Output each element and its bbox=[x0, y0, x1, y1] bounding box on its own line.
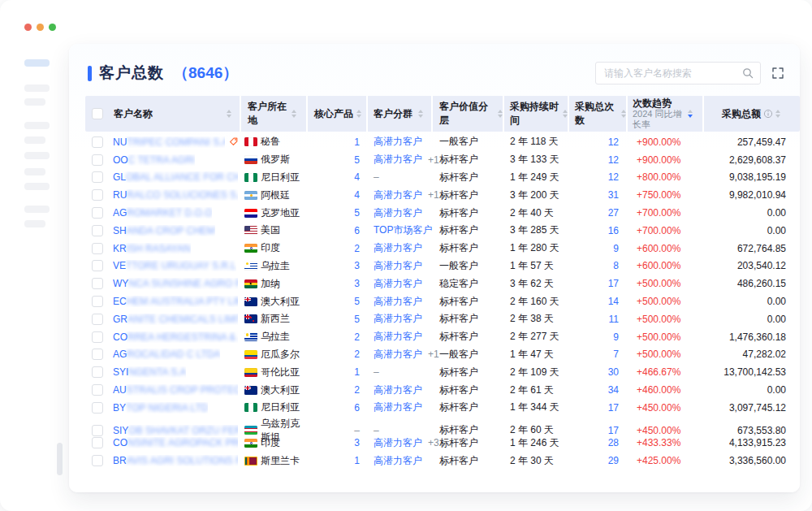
core-products-count[interactable]: 1 bbox=[354, 455, 360, 466]
row-checkbox[interactable] bbox=[92, 296, 103, 307]
header-trend[interactable]: 次数趋势 2024 同比增长率 bbox=[628, 96, 704, 132]
row-checkbox[interactable] bbox=[92, 331, 103, 343]
core-products-count[interactable]: 5 bbox=[354, 296, 360, 307]
total-count-value[interactable]: 29 bbox=[608, 455, 619, 466]
segment-link[interactable]: 高潜力客户 bbox=[374, 436, 422, 450]
segment-link[interactable]: – bbox=[374, 366, 379, 378]
row-checkbox[interactable] bbox=[92, 225, 103, 236]
customer-name-link[interactable]: BYTOP NIGERIA LTD bbox=[113, 402, 208, 414]
customer-name-link[interactable]: SIYOB SHAVKAT ORZU FERMER X... bbox=[113, 425, 238, 436]
core-products-count[interactable]: 2 bbox=[354, 384, 360, 396]
sort-carets-icon[interactable] bbox=[356, 110, 361, 118]
segment-link[interactable]: 高潜力客户 bbox=[374, 401, 422, 414]
row-checkbox[interactable] bbox=[92, 314, 103, 325]
select-all-checkbox[interactable] bbox=[92, 108, 103, 119]
segment-link[interactable]: 高潜力客户 bbox=[374, 135, 422, 149]
segment-link[interactable]: 高潜力客户 bbox=[374, 383, 422, 397]
row-checkbox[interactable] bbox=[92, 384, 103, 396]
segment-link[interactable]: 高潜力客户 bbox=[374, 241, 422, 255]
row-checkbox[interactable] bbox=[92, 243, 103, 254]
core-products-count[interactable]: 4 bbox=[354, 189, 360, 201]
customer-name-link[interactable]: CONSINITE AGROPACK PRIVATE E ... bbox=[113, 437, 238, 448]
close-window-button[interactable] bbox=[24, 24, 32, 31]
segment-link[interactable]: 高潜力客户 bbox=[374, 188, 422, 202]
expand-icon[interactable] bbox=[771, 67, 784, 80]
core-products-count[interactable]: 3 bbox=[354, 260, 360, 271]
sidebar-item[interactable] bbox=[24, 122, 50, 129]
core-products-count[interactable]: 2 bbox=[354, 331, 360, 343]
segment-link[interactable]: – bbox=[374, 171, 379, 183]
core-products-count[interactable]: 3 bbox=[354, 278, 360, 289]
sort-carets-icon[interactable] bbox=[498, 110, 503, 118]
row-checkbox[interactable] bbox=[92, 171, 103, 183]
customer-name-link[interactable]: SHANDA CROP CHEM bbox=[113, 225, 215, 236]
total-count-value[interactable]: 14 bbox=[608, 296, 619, 307]
row-checkbox[interactable] bbox=[92, 189, 103, 201]
header-duration[interactable]: 采购持续时间 bbox=[504, 96, 569, 132]
total-count-value[interactable]: 11 bbox=[609, 314, 619, 325]
customer-name-link[interactable]: OOC TETRA AGRI bbox=[113, 154, 195, 166]
total-count-value[interactable]: 9 bbox=[613, 331, 619, 343]
row-checkbox[interactable] bbox=[92, 349, 103, 360]
customer-name-link[interactable]: CORREA HERGESTRINA & JARDI R... bbox=[113, 331, 238, 343]
customer-name-link[interactable]: RURALCO SOLUCIONES S.A bbox=[113, 189, 238, 201]
customer-name-link[interactable]: WYNCA SUNSHINE AGRO PRODU... bbox=[113, 278, 238, 289]
core-products-count[interactable]: 5 bbox=[354, 314, 360, 325]
zoom-window-button[interactable] bbox=[49, 24, 56, 31]
total-count-value[interactable]: 9 bbox=[613, 243, 619, 254]
row-checkbox[interactable] bbox=[92, 260, 103, 271]
header-value-tier[interactable]: 客户价值分层 bbox=[433, 96, 504, 132]
total-count-value[interactable]: 12 bbox=[608, 171, 619, 183]
total-count-value[interactable]: 12 bbox=[608, 136, 619, 148]
segment-link[interactable]: 高潜力客户 bbox=[374, 206, 422, 220]
customer-name-link[interactable]: VETTORE URUGUAY S.R.L bbox=[113, 260, 236, 271]
row-checkbox[interactable] bbox=[92, 207, 103, 219]
segment-link[interactable]: 高潜力客户 bbox=[374, 259, 422, 273]
total-count-value[interactable]: 27 bbox=[608, 207, 619, 219]
segment-link[interactable]: 高潜力客户 bbox=[374, 348, 422, 362]
segment-link[interactable]: 高潜力客户 bbox=[374, 295, 422, 309]
sidebar-item[interactable] bbox=[24, 183, 50, 190]
row-checkbox[interactable] bbox=[92, 154, 103, 166]
customer-name-link[interactable]: BRAVIS AGRI SOLUTIONS PVT LTD bbox=[113, 455, 238, 466]
customer-name-link[interactable]: AGROCALIDAD C LTDA bbox=[113, 349, 220, 360]
core-products-count[interactable]: 4 bbox=[354, 171, 360, 183]
customer-name-link[interactable]: GLOBAL ALLIANCE FOR CHEMICA... bbox=[113, 171, 238, 183]
sidebar-item[interactable] bbox=[24, 136, 45, 144]
total-count-value[interactable]: 8 bbox=[613, 260, 619, 271]
header-total-count[interactable]: 采购总次数 bbox=[569, 96, 628, 132]
sidebar-item[interactable] bbox=[24, 84, 50, 92]
customer-name-link[interactable]: AUSTRALIS CROP PROTECTION P... bbox=[113, 384, 238, 396]
sidebar-item[interactable] bbox=[24, 168, 45, 175]
row-checkbox[interactable] bbox=[92, 136, 103, 148]
row-checkbox[interactable] bbox=[92, 402, 103, 414]
customer-name-link[interactable]: ECHEM AUSTRALIA PTY LIMITED) bbox=[113, 296, 238, 307]
sidebar-item[interactable] bbox=[24, 206, 50, 213]
customer-name-link[interactable]: KRISH RASAYAN bbox=[113, 243, 191, 254]
core-products-count[interactable]: 5 bbox=[354, 154, 360, 166]
segment-link[interactable]: 高潜力客户 bbox=[374, 330, 422, 344]
sort-carets-icon[interactable] bbox=[563, 110, 568, 118]
sort-carets-icon[interactable] bbox=[292, 110, 296, 118]
sidebar-item-active[interactable] bbox=[24, 59, 50, 67]
sidebar-scrollbar-thumb[interactable] bbox=[57, 443, 63, 475]
row-checkbox[interactable] bbox=[92, 278, 103, 289]
row-checkbox[interactable] bbox=[92, 366, 103, 378]
search-icon[interactable] bbox=[742, 67, 754, 79]
core-products-count[interactable]: 3 bbox=[354, 437, 360, 448]
total-count-value[interactable]: 17 bbox=[608, 278, 619, 289]
total-count-value[interactable]: 30 bbox=[608, 366, 619, 378]
core-products-count[interactable]: 2 bbox=[354, 243, 360, 254]
sort-carets-icon[interactable] bbox=[418, 110, 423, 118]
segment-link[interactable]: 高潜力客户 bbox=[374, 277, 422, 291]
total-count-value[interactable]: 17 bbox=[608, 402, 619, 414]
segment-link[interactable]: 高潜力客户 bbox=[374, 153, 422, 167]
core-products-count[interactable]: 6 bbox=[354, 225, 360, 236]
search-input[interactable] bbox=[603, 67, 742, 80]
customer-name-link[interactable]: AGROMARKET D.O.O bbox=[113, 207, 212, 219]
total-count-value[interactable]: 31 bbox=[608, 189, 619, 201]
customer-name-link[interactable]: GRANITE CHEMICALS LIMITED bbox=[113, 314, 238, 325]
segment-link[interactable]: 高潜力客户 bbox=[374, 312, 422, 326]
total-count-value[interactable]: 7 bbox=[613, 349, 619, 360]
total-count-value[interactable]: 12 bbox=[608, 154, 619, 166]
